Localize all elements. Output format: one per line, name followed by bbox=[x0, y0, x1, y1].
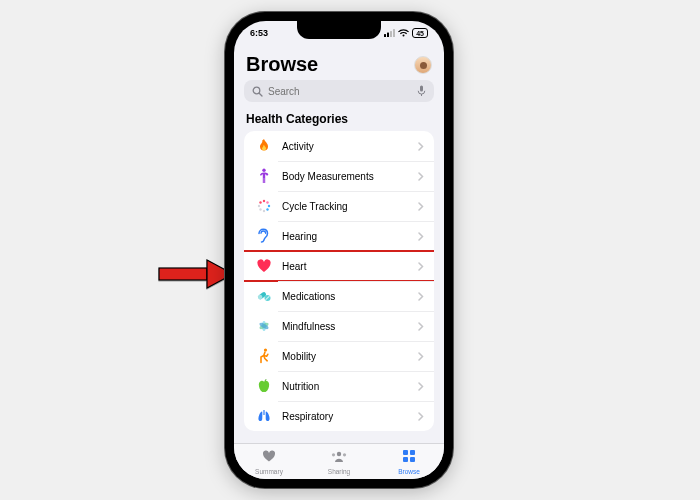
header: Browse bbox=[244, 47, 434, 80]
svg-rect-34 bbox=[410, 457, 415, 462]
notch bbox=[297, 21, 381, 39]
category-list: Activity Body Measurements Cycle Trackin… bbox=[244, 131, 434, 431]
chevron-right-icon bbox=[418, 197, 424, 215]
svg-rect-8 bbox=[420, 86, 423, 92]
category-medications[interactable]: Medications bbox=[244, 281, 434, 311]
battery-icon: 45 bbox=[412, 28, 428, 38]
category-label: Mindfulness bbox=[282, 321, 418, 332]
category-body-measurements[interactable]: Body Measurements bbox=[244, 161, 434, 191]
phone-frame: 6:53 45 Browse bbox=[225, 12, 453, 488]
chevron-right-icon bbox=[418, 407, 424, 425]
chevron-right-icon bbox=[418, 287, 424, 305]
category-label: Activity bbox=[282, 141, 418, 152]
tab-bar: Summary Sharing Browse bbox=[234, 443, 444, 479]
category-mobility[interactable]: Mobility bbox=[244, 341, 434, 371]
cellular-signal-icon bbox=[384, 29, 395, 37]
svg-rect-27 bbox=[263, 410, 264, 415]
category-label: Mobility bbox=[282, 351, 418, 362]
svg-point-29 bbox=[332, 453, 335, 456]
category-label: Body Measurements bbox=[282, 171, 418, 182]
search-input[interactable] bbox=[268, 86, 412, 97]
category-label: Respiratory bbox=[282, 411, 418, 422]
tab-browse[interactable]: Browse bbox=[374, 444, 444, 479]
cycle-icon bbox=[254, 196, 274, 216]
svg-rect-32 bbox=[410, 450, 415, 455]
tab-label: Sharing bbox=[328, 468, 350, 475]
page-title: Browse bbox=[246, 53, 318, 76]
lungs-icon bbox=[254, 406, 274, 426]
annotation-arrow bbox=[155, 256, 235, 296]
svg-line-7 bbox=[259, 93, 262, 96]
svg-point-12 bbox=[266, 201, 268, 203]
svg-point-11 bbox=[263, 200, 265, 202]
profile-avatar[interactable] bbox=[414, 56, 432, 74]
svg-point-14 bbox=[266, 208, 268, 210]
apple-icon bbox=[254, 376, 274, 396]
svg-point-26 bbox=[264, 348, 267, 351]
pills-icon bbox=[254, 286, 274, 306]
svg-point-13 bbox=[268, 205, 270, 207]
svg-point-15 bbox=[263, 210, 265, 212]
section-title: Health Categories bbox=[244, 110, 434, 131]
chevron-right-icon bbox=[418, 137, 424, 155]
mindfulness-icon bbox=[254, 316, 274, 336]
category-nutrition[interactable]: Nutrition bbox=[244, 371, 434, 401]
category-mindfulness[interactable]: Mindfulness bbox=[244, 311, 434, 341]
category-activity[interactable]: Activity bbox=[244, 131, 434, 161]
category-respiratory[interactable]: Respiratory bbox=[244, 401, 434, 431]
svg-point-10 bbox=[262, 169, 265, 172]
chevron-right-icon bbox=[418, 377, 424, 395]
tab-sharing[interactable]: Sharing bbox=[304, 444, 374, 479]
svg-rect-3 bbox=[387, 33, 389, 38]
grid-tab-icon bbox=[402, 449, 416, 467]
category-label: Medications bbox=[282, 291, 418, 302]
ear-icon bbox=[254, 226, 274, 246]
svg-rect-5 bbox=[393, 29, 395, 37]
category-label: Hearing bbox=[282, 231, 418, 242]
svg-point-30 bbox=[343, 453, 346, 456]
svg-rect-0 bbox=[159, 268, 207, 280]
content-area: Browse Health Categories Activit bbox=[234, 47, 444, 443]
chevron-right-icon bbox=[418, 347, 424, 365]
svg-rect-33 bbox=[403, 457, 408, 462]
people-tab-icon bbox=[330, 449, 348, 467]
svg-point-18 bbox=[259, 201, 261, 203]
category-cycle-tracking[interactable]: Cycle Tracking bbox=[244, 191, 434, 221]
mobility-icon bbox=[254, 346, 274, 366]
tab-summary[interactable]: Summary bbox=[234, 444, 304, 479]
category-label: Cycle Tracking bbox=[282, 201, 418, 212]
category-label: Nutrition bbox=[282, 381, 418, 392]
svg-point-17 bbox=[258, 205, 260, 207]
status-icons: 45 bbox=[384, 28, 428, 38]
tab-label: Summary bbox=[255, 468, 283, 475]
svg-point-28 bbox=[337, 451, 341, 455]
svg-rect-2 bbox=[384, 34, 386, 37]
flame-icon bbox=[254, 136, 274, 156]
screen: 6:53 45 Browse bbox=[234, 21, 444, 479]
status-time: 6:53 bbox=[250, 28, 268, 38]
chevron-right-icon bbox=[418, 227, 424, 245]
svg-point-16 bbox=[259, 208, 261, 210]
svg-rect-4 bbox=[390, 31, 392, 37]
search-icon bbox=[252, 86, 263, 97]
chevron-right-icon bbox=[418, 317, 424, 335]
chevron-right-icon bbox=[418, 167, 424, 185]
svg-rect-31 bbox=[403, 450, 408, 455]
wifi-icon bbox=[398, 29, 409, 37]
body-icon bbox=[254, 166, 274, 186]
category-hearing[interactable]: Hearing bbox=[244, 221, 434, 251]
tab-label: Browse bbox=[398, 468, 420, 475]
microphone-icon[interactable] bbox=[417, 85, 426, 97]
highlight-box bbox=[244, 250, 434, 282]
heart-tab-icon bbox=[261, 449, 277, 467]
search-bar[interactable] bbox=[244, 80, 434, 102]
category-heart[interactable]: Heart bbox=[244, 251, 434, 281]
